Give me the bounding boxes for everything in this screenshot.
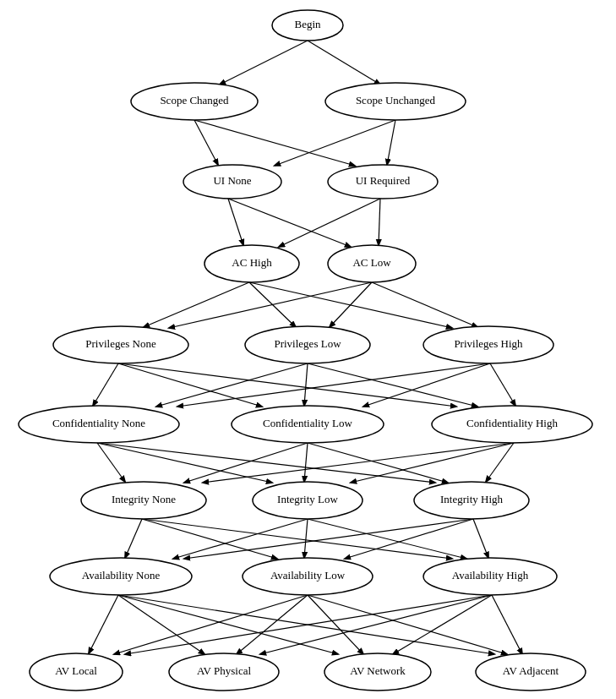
edge-sc-uireq xyxy=(194,120,355,166)
label-av-physical: AV Physical xyxy=(197,664,252,677)
edge-phigh-clow xyxy=(363,363,490,407)
label-avail-none: Availability None xyxy=(82,569,161,582)
edge-ihigh-ahigh xyxy=(473,519,488,558)
label-conf-high: Confidentiality High xyxy=(466,417,558,429)
edge-uireq-achigh xyxy=(279,199,380,247)
label-int-high: Integrity High xyxy=(440,493,504,505)
label-int-none: Integrity None xyxy=(112,493,176,505)
edge-pnone-chigh xyxy=(118,363,456,407)
edge-clow-ilow xyxy=(304,443,308,482)
edge-uinone-aclow xyxy=(228,199,351,247)
edge-achigh-pnone xyxy=(144,282,249,327)
edge-anone-avlocal xyxy=(89,595,118,653)
label-ui-required: UI Required xyxy=(356,174,411,187)
edge-begin-scope-unchanged xyxy=(308,41,380,85)
edge-cnone-ihigh xyxy=(97,443,435,483)
edge-plow-clow xyxy=(304,363,308,406)
edge-ilow-alow xyxy=(304,519,308,558)
edge-clow-ihigh xyxy=(308,443,448,483)
edge-anone-avphys xyxy=(118,595,204,654)
edge-alow-avlocal xyxy=(114,595,308,654)
edge-pnone-clow xyxy=(118,363,262,407)
label-avail-high: Availability High xyxy=(452,569,529,582)
label-int-low: Integrity Low xyxy=(277,493,338,505)
label-av-network: AV Network xyxy=(350,664,406,677)
edge-aclow-phigh xyxy=(372,282,477,327)
edge-aclow-pnone xyxy=(169,282,372,328)
edge-pnone-cnone xyxy=(93,363,118,406)
edge-su-uinone xyxy=(275,120,395,166)
edge-ihigh-anone xyxy=(184,519,473,559)
edge-begin-scope-changed xyxy=(220,41,308,85)
label-avail-low: Availability Low xyxy=(270,569,346,582)
edge-sc-uinone xyxy=(194,120,218,165)
label-priv-high: Privileges High xyxy=(454,337,523,350)
label-ac-high: AC High xyxy=(232,256,272,269)
label-ac-low: AC Low xyxy=(352,256,391,269)
edge-uinone-achigh xyxy=(228,199,243,245)
edge-inone-ahigh xyxy=(142,519,452,559)
label-conf-low: Confidentiality Low xyxy=(263,417,352,429)
edge-chigh-inone xyxy=(203,443,514,483)
edge-inone-anone xyxy=(125,519,142,558)
label-scope-unchanged: Scope Unchanged xyxy=(356,94,436,106)
label-conf-none: Confidentiality None xyxy=(52,417,145,429)
edge-inone-alow xyxy=(142,519,277,559)
edge-ilow-anone xyxy=(173,519,308,559)
label-av-adjacent: AV Adjacent xyxy=(503,664,559,677)
label-begin: Begin xyxy=(294,18,321,30)
edge-ahigh-avadj xyxy=(492,595,522,654)
label-ui-none: UI None xyxy=(213,174,251,187)
graph-diagram: Begin Scope Changed Scope Unchanged UI N… xyxy=(0,0,616,699)
edge-alow-avnet xyxy=(308,595,363,654)
label-av-local: AV Local xyxy=(55,664,97,677)
label-scope-changed: Scope Changed xyxy=(160,94,229,106)
label-priv-none: Privileges None xyxy=(85,337,156,350)
edge-phigh-chigh xyxy=(490,363,515,406)
edge-uireq-aclow xyxy=(379,199,380,245)
edge-ahigh-avphys xyxy=(260,595,492,654)
edge-aclow-plow xyxy=(330,282,372,327)
edge-su-uireq xyxy=(387,120,395,165)
label-priv-low: Privileges Low xyxy=(274,337,341,350)
